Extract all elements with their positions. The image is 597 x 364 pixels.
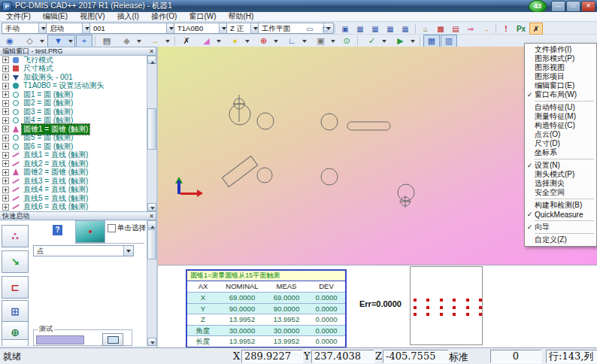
plane-feature-icon[interactable]: ◢ — [195, 35, 223, 47]
machine-icon[interactable]: ⌂ — [419, 23, 432, 35]
tree-scrollbar[interactable] — [147, 56, 157, 211]
feature-preview-button[interactable] — [75, 220, 105, 243]
scroll-up-icon[interactable] — [147, 56, 156, 64]
report-layout-2-icon[interactable]: ▦ — [368, 23, 382, 35]
window-min-icon[interactable]: ▭ — [303, 23, 317, 35]
target-feature-icon[interactable]: ⊕ — [253, 35, 280, 47]
table-row[interactable]: Y 90.0000 90.0000 0.0000 — [187, 303, 345, 314]
probe-toggle-icon[interactable]: ▼ — [47, 35, 75, 47]
path-icon[interactable]: → — [479, 23, 492, 35]
scroll-thumb[interactable] — [147, 229, 156, 259]
close-button[interactable]: ✕ — [581, 1, 595, 12]
window-restore-icon[interactable]: □ — [318, 23, 332, 35]
notification-badge[interactable]: 43 — [529, 0, 547, 13]
customize-toolbar-icon[interactable]: ✗ — [529, 23, 543, 35]
quickstart-header[interactable]: 快速启动 ✕ — [0, 211, 156, 220]
expand-icon[interactable] — [2, 187, 9, 193]
cad-window-icon[interactable]: ▩ — [434, 23, 447, 35]
expand-icon[interactable] — [2, 65, 9, 72]
menu-item[interactable]: 操作(O) — [145, 12, 183, 21]
probe-tip-combo[interactable]: T1A0B0 — [174, 23, 229, 34]
slideshow-icon[interactable]: ⇒ — [464, 23, 477, 35]
pan-view-icon[interactable]: + — [76, 35, 92, 47]
menu-item[interactable]: 文件(F) — [0, 12, 37, 21]
mode-combo[interactable]: 手动 — [2, 23, 49, 34]
cascade-window-icon[interactable]: ▣ — [338, 23, 352, 35]
report-window-icon[interactable]: ▤ — [449, 23, 462, 35]
table-row[interactable]: Z 13.9952 13.9952 0.0000 — [187, 314, 345, 325]
toggle-report-icon[interactable]: ▦ — [423, 35, 440, 47]
menu-item[interactable]: 窗口(W) — [183, 12, 222, 21]
preview-window-button[interactable] — [102, 333, 123, 346]
check-run-icon[interactable]: ✓ — [361, 35, 389, 47]
expand-icon[interactable] — [2, 143, 9, 150]
pages-icon[interactable]: ▣ — [310, 35, 338, 47]
context-menu-item[interactable]: ✓ 向导 — [525, 223, 596, 232]
feature-type-combo[interactable]: 点 — [33, 245, 134, 256]
expand-icon[interactable] — [2, 100, 9, 107]
context-menu-item[interactable]: 自定义(Z) — [525, 235, 596, 244]
play-list-icon[interactable]: ▶ — [389, 35, 417, 47]
maximize-button[interactable]: □ — [566, 1, 580, 12]
expand-icon[interactable] — [2, 177, 9, 184]
expand-icon[interactable] — [2, 135, 9, 141]
scroll-down-icon[interactable] — [147, 338, 156, 346]
edit-window-header[interactable]: 编辑窗口 - test.PRG ✕ — [0, 47, 156, 56]
menu-item[interactable]: 插入(I) — [111, 12, 144, 21]
expand-icon[interactable] — [2, 169, 9, 176]
click-select-checkbox[interactable] — [108, 224, 116, 232]
context-menu-item[interactable]: ✓ QuickMeasure — [525, 210, 596, 219]
view-cube-icon[interactable]: ◇ — [19, 35, 47, 47]
motion-combo[interactable]: 启动 — [46, 23, 92, 34]
scroll-thumb[interactable] — [147, 108, 156, 150]
context-menu-item[interactable]: ✓ 窗口布局(W) — [525, 90, 596, 99]
report-layout-1-icon[interactable]: ▦ — [353, 23, 367, 35]
expand-icon[interactable] — [2, 108, 9, 115]
expand-icon[interactable] — [2, 91, 9, 98]
probe-file-combo[interactable]: 001 — [89, 23, 177, 34]
scroll-down-icon[interactable] — [147, 203, 156, 211]
tools-hammer-icon[interactable]: ✗ — [178, 35, 195, 47]
edit-window-icon[interactable]: ▤ — [98, 35, 115, 47]
context-menu-item[interactable]: 构建和检测(B) — [525, 201, 596, 210]
point-marker-icon[interactable]: ⊙ — [338, 35, 355, 47]
expand-icon[interactable] — [2, 56, 9, 63]
help-icon[interactable]: ? — [53, 225, 62, 235]
expand-icon[interactable] — [2, 74, 9, 80]
close-icon[interactable]: ✕ — [147, 48, 156, 55]
toggle-layout-icon[interactable]: ▥ — [441, 35, 457, 47]
expand-icon[interactable] — [2, 160, 9, 167]
shaded-cube-icon[interactable]: ◆ — [116, 35, 144, 47]
axes-icon[interactable]: ∟ — [281, 35, 309, 47]
circle-feature-icon[interactable]: ● — [224, 35, 252, 47]
alert-icon[interactable]: ! — [499, 23, 513, 35]
menu-item[interactable]: 编辑(E) — [37, 12, 74, 21]
qs-datum-icon[interactable]: ⊞ — [2, 300, 29, 323]
combo-arrow-icon[interactable] — [123, 246, 133, 256]
expand-icon[interactable] — [2, 117, 9, 124]
export-px-icon[interactable]: Px — [514, 23, 528, 35]
report-layout-3-icon[interactable]: ▦ — [383, 23, 397, 35]
flow-arrow-icon[interactable]: → — [144, 35, 172, 47]
qs-axes-icon[interactable]: ↘ — [2, 250, 29, 273]
table-row[interactable]: 角度 30.0000 30.0000 0.0000 — [187, 325, 345, 336]
expand-icon[interactable] — [2, 152, 9, 159]
expand-icon[interactable] — [2, 83, 9, 89]
tree-item[interactable]: 直线6 = 直线 (触测) — [0, 203, 147, 212]
expand-icon[interactable] — [2, 204, 9, 211]
table-row[interactable]: X 69.0000 69.0000 0.0000 — [187, 292, 345, 303]
report-layout-4-icon[interactable]: ▦ — [399, 23, 412, 35]
cad-pointer-icon[interactable]: ◉ — [2, 35, 18, 47]
expand-icon[interactable] — [2, 126, 9, 132]
title-bar[interactable]: P PC-DMIS CAD++ 2017 R1 (Release) - 机器1 … — [0, 0, 597, 12]
test-input[interactable] — [36, 335, 84, 344]
menu-item[interactable]: 帮助(H) — [222, 12, 259, 21]
context-menu-item[interactable]: 坐标系 — [525, 148, 596, 157]
close-icon[interactable]: ✕ — [147, 213, 156, 220]
quickstart-scrollbar[interactable] — [147, 220, 157, 346]
workplane-combo[interactable]: Z 正 — [226, 23, 261, 34]
context-menu-item[interactable]: 安全空间 — [525, 188, 596, 197]
minimize-button[interactable]: — — [551, 1, 565, 12]
qs-caliper-icon[interactable]: ⊏ — [2, 276, 29, 299]
table-row[interactable]: 长度 13.9952 13.9952 0.0000 — [187, 335, 345, 347]
